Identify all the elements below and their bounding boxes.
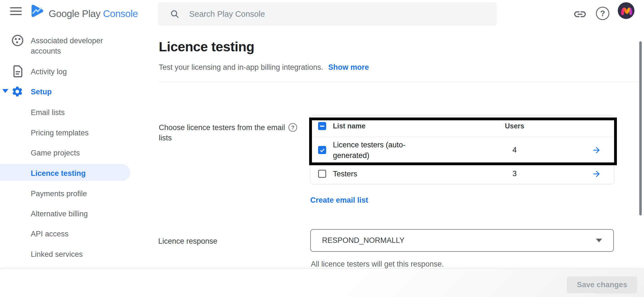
logo-console: Console [103, 8, 138, 19]
column-header-list-name: List name [333, 122, 484, 130]
sidebar-item-label: API access [31, 229, 68, 239]
licence-response-label: Licence response [158, 237, 217, 246]
check-mark [318, 146, 326, 154]
users-count-cell: 4 [512, 146, 517, 154]
avatar[interactable] [618, 2, 634, 19]
row-checkbox[interactable] [318, 170, 326, 178]
search-icon [170, 9, 180, 19]
app-title: Google Play Console [49, 8, 138, 19]
sidebar-item-label: Payments profile [31, 189, 87, 199]
users-count-cell: 3 [512, 169, 517, 178]
selected-response-value: RESPOND_NORMALLY [322, 236, 404, 245]
sidebar-item-label: Game projects [31, 148, 80, 158]
table-header-row: List name Users [311, 116, 614, 137]
column-header-users: Users [505, 122, 524, 130]
table-row: Licence testers (auto-generated) 4 [311, 137, 614, 164]
document-icon [12, 65, 23, 79]
sidebar-item-label: Licence testing [31, 168, 86, 179]
sidebar-item-label: Activity log [31, 67, 67, 77]
list-name-cell: Testers [333, 169, 425, 179]
response-helper-text: All licence testers will get this respon… [311, 260, 444, 269]
sidebar-item-label: Email lists [31, 107, 65, 118]
email-lists-table: List name Users Licence testers (auto-ge… [310, 115, 614, 184]
menu-icon[interactable] [10, 7, 22, 16]
sidebar-item-label: Pricing templates [31, 128, 89, 138]
section-divider [159, 82, 640, 82]
list-name-cell: Licence testers (auto-generated) [333, 140, 425, 161]
sidebar-item-label: Setup [31, 87, 52, 97]
chevron-down-icon [596, 239, 602, 242]
show-more-link[interactable]: Show more [328, 63, 369, 71]
choose-testers-label: Choose licence testers from the email li… [159, 123, 293, 143]
open-list-arrow-icon[interactable] [592, 145, 601, 155]
link-icon[interactable] [573, 7, 587, 22]
accounts-icon [11, 34, 24, 49]
indeterminate-mark [318, 122, 326, 130]
expand-caret-icon[interactable] [2, 89, 8, 93]
choose-testers-help-icon[interactable]: ? [288, 123, 297, 132]
scrollbar-thumb[interactable] [639, 41, 642, 215]
create-email-list-link[interactable]: Create email list [310, 196, 368, 205]
select-all-checkbox[interactable] [318, 122, 326, 130]
open-list-arrow-icon[interactable] [592, 169, 601, 179]
table-row: Testers 3 [311, 164, 614, 184]
licence-response-select[interactable]: RESPOND_NORMALLY [310, 229, 614, 252]
logo-google-play: Google Play [49, 8, 100, 19]
search-bar[interactable] [158, 2, 497, 26]
page-subtitle: Test your licensing and in-app billing i… [159, 63, 323, 71]
sidebar-item-label: Alternative billing [31, 209, 88, 219]
search-input[interactable] [189, 9, 488, 19]
help-icon[interactable]: ? [596, 7, 609, 20]
save-bar: Save changes [0, 269, 644, 297]
gear-icon [11, 85, 23, 100]
sidebar-item-label: Linked services [31, 249, 83, 260]
save-changes-button[interactable]: Save changes [567, 276, 637, 293]
page-title: Licence testing [159, 39, 254, 54]
google-play-logo-icon [29, 4, 45, 20]
page-subtitle-row: Test your licensing and in-app billing i… [159, 63, 369, 72]
sidebar-item-label: Associated developer accounts [31, 36, 106, 56]
row-checkbox[interactable] [318, 146, 326, 154]
